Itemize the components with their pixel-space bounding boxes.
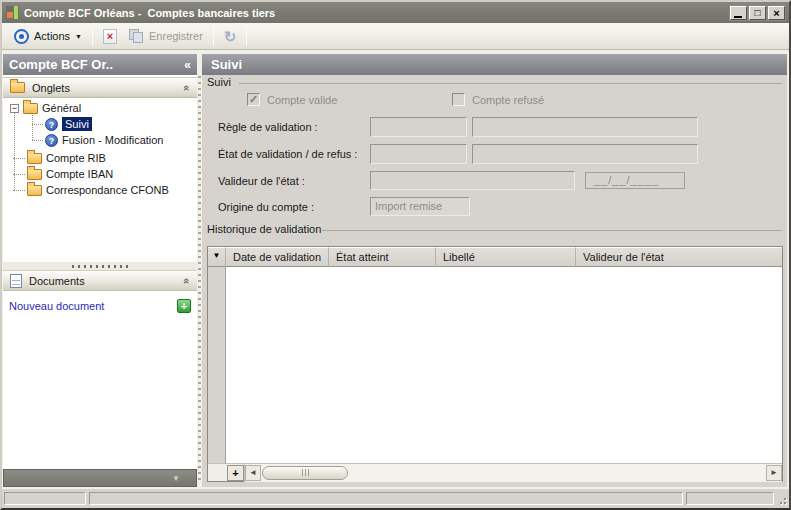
historique-table: ▼ Date de validation État atteint Libell… [207, 246, 783, 482]
toolbar-separator [92, 27, 93, 46]
table-scrollbar-row: + ◄ ► [208, 463, 782, 481]
etat-validation-label: État de validation / de refus : [218, 148, 357, 160]
column-header-libelle[interactable]: Libellé [436, 247, 576, 267]
tree-item-correspondance-cfonb[interactable]: Correspondance CFONB [27, 182, 169, 198]
tree-item-fusion-modification[interactable]: ? Fusion - Modification [45, 132, 164, 148]
date-validation-field: __/__/____ [585, 172, 685, 189]
tree-connector-line [32, 140, 43, 141]
help-icon: ? [45, 118, 58, 131]
help-icon: ? [45, 134, 58, 147]
main-panel: Suivi Suivi ✓ Compte valide Compte refus… [202, 54, 787, 487]
tree-item-label: Correspondance CFONB [46, 184, 169, 196]
delete-button[interactable]: × [97, 27, 123, 46]
status-panel-left [4, 492, 86, 505]
status-bar [2, 489, 789, 508]
app-icon [6, 6, 19, 19]
regle-validation-code-field [370, 117, 467, 137]
row-indicator-column [208, 247, 226, 463]
collapse-group-icon[interactable]: « [181, 84, 193, 90]
tree-connector-line [13, 158, 25, 159]
column-header-etat-atteint[interactable]: État atteint [329, 247, 436, 267]
collapse-sidebar-icon[interactable]: « [184, 58, 191, 72]
suivi-group-label: Suivi [207, 76, 231, 88]
tree-item-label: Compte RIB [46, 152, 106, 164]
tree-item-label: Compte IBAN [46, 168, 113, 180]
etat-validation-libelle-field [472, 144, 698, 164]
sidebar-header: Compte BCF Or.. « [3, 54, 197, 75]
resize-grip-icon[interactable] [777, 492, 787, 505]
add-row-button[interactable]: + [227, 465, 244, 481]
workspace: Compte BCF Or.. « Onglets « − Général [2, 50, 789, 489]
onglets-group-label: Onglets [32, 82, 177, 94]
compte-valide-checkbox[interactable]: ✓ Compte valide [247, 93, 337, 106]
sidebar-splitter-handle[interactable] [3, 262, 197, 270]
refresh-button[interactable]: ↻ [218, 27, 243, 46]
regle-validation-libelle-field [472, 117, 698, 137]
refresh-icon: ↻ [224, 29, 237, 44]
scroll-right-icon[interactable]: ► [766, 465, 782, 481]
valideur-etat-field [370, 171, 575, 190]
chevron-down-icon: ▼ [172, 474, 180, 483]
close-button[interactable]: × [768, 6, 785, 20]
sidebar-resize-handle[interactable] [198, 76, 201, 482]
tree-connector-line [32, 124, 43, 125]
delete-icon: × [103, 29, 117, 44]
folder-icon [27, 169, 42, 180]
historique-group-line [322, 230, 782, 231]
document-icon [10, 274, 22, 288]
sidebar-title: Compte BCF Or.. [9, 57, 184, 72]
save-icon [129, 29, 144, 43]
window-title: Compte BCF Orléans - Comptes bancaires t… [24, 7, 730, 19]
tree-item-suivi[interactable]: ? Suivi [45, 116, 92, 132]
save-button[interactable]: Enregistrer [123, 27, 209, 45]
collapse-group-icon[interactable]: « [181, 277, 193, 283]
regle-validation-label: Règle de validation : [218, 121, 318, 133]
suivi-group-line [239, 83, 782, 84]
etat-validation-code-field [370, 144, 467, 164]
actions-bullseye-icon [14, 29, 29, 44]
actions-label: Actions [34, 30, 70, 42]
toolbar-separator [213, 27, 214, 46]
filter-arrow-icon[interactable]: ▼ [208, 247, 226, 267]
table-header-row: ▼ Date de validation État atteint Libell… [208, 247, 782, 267]
tree-connector-line [14, 109, 15, 190]
column-header-date-validation[interactable]: Date de validation [226, 247, 329, 267]
status-panel-main [89, 492, 683, 505]
compte-refuse-checkbox[interactable]: Compte refusé [452, 93, 544, 106]
title-bar: Compte BCF Orléans - Comptes bancaires t… [2, 2, 789, 23]
sidebar-bottom-bar[interactable]: ▼ [3, 469, 197, 487]
tree-item-general[interactable]: − Général [10, 100, 81, 116]
origine-compte-field: Import remise [370, 197, 470, 216]
checkbox-checked-icon: ✓ [247, 93, 260, 106]
minimize-button[interactable] [730, 6, 747, 20]
documents-group-header[interactable]: Documents « [3, 270, 197, 291]
new-document-link[interactable]: Nouveau document [9, 300, 177, 312]
scrollbar-thumb[interactable] [262, 466, 348, 480]
documents-group-label: Documents [29, 275, 177, 287]
actions-button[interactable]: Actions ▼ [8, 27, 88, 46]
onglets-group-header[interactable]: Onglets « [3, 77, 197, 98]
table-body-empty[interactable] [227, 267, 782, 463]
tree-connector-line [13, 174, 25, 175]
sidebar: Compte BCF Or.. « Onglets « − Général [3, 54, 197, 487]
folder-icon [23, 103, 38, 114]
status-panel-right [686, 492, 774, 505]
chevron-down-icon: ▼ [75, 33, 82, 40]
main-content: Suivi ✓ Compte valide Compte refusé Règl… [202, 75, 787, 487]
add-document-button[interactable]: + [177, 299, 191, 313]
collapse-node-icon[interactable]: − [10, 104, 19, 113]
tree-item-label: Fusion - Modification [62, 134, 164, 146]
tree-item-compte-iban[interactable]: Compte IBAN [27, 166, 113, 182]
tree-item-compte-rib[interactable]: Compte RIB [27, 150, 106, 166]
toolbar-separator [246, 27, 247, 46]
maximize-button[interactable]: □ [749, 6, 766, 20]
documents-panel: Nouveau document + [3, 291, 197, 467]
main-header: Suivi [202, 54, 787, 75]
column-header-valideur-etat[interactable]: Valideur de l'état [576, 247, 782, 267]
tree-item-label: Suivi [62, 117, 92, 131]
valideur-etat-label: Valideur de l'état : [218, 175, 305, 187]
folder-icon [27, 153, 42, 164]
new-document-row: Nouveau document + [9, 299, 191, 313]
checkbox-unchecked-icon [452, 93, 465, 106]
scroll-left-icon[interactable]: ◄ [245, 465, 261, 481]
